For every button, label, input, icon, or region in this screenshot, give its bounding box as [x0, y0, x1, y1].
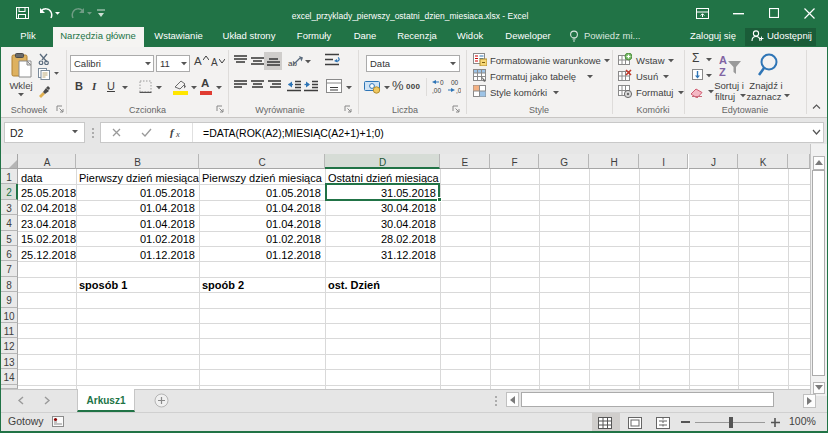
svg-text:00: 00: [451, 79, 459, 86]
svg-text:0: 0: [440, 79, 444, 86]
svg-text:,00: ,00: [432, 87, 441, 94]
svg-text:ab: ab: [288, 59, 297, 68]
svg-text:,0: ,0: [456, 87, 461, 94]
svg-text:Z: Z: [719, 66, 726, 78]
svg-text:A: A: [719, 54, 727, 66]
